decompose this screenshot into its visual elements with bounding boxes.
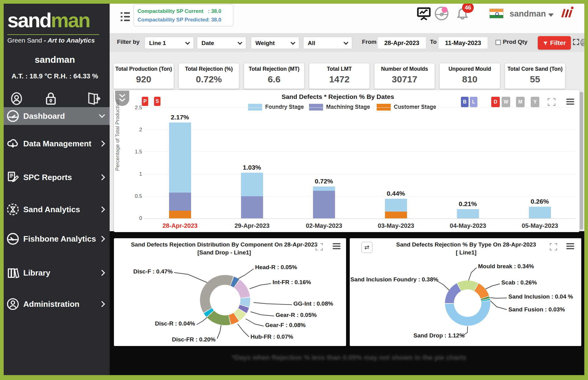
fullscreen-icon[interactable] — [314, 242, 324, 252]
vertical-scrollbar[interactable] — [580, 92, 583, 230]
x-axis-label[interactable]: 02-May-2023 — [288, 222, 360, 229]
kpi-label: Number of Moulds — [375, 66, 435, 72]
bar-segment-foundry-stage[interactable] — [169, 122, 191, 193]
kpi-value: 0.72% — [179, 74, 239, 85]
notification-count-badge[interactable]: 46 — [462, 2, 474, 13]
y-axis-title: Percentage of Total Production — [115, 127, 122, 206]
donut-label-sand-inclusion-foundry: Sand Inclusion Foundry : 0.38% — [350, 276, 437, 283]
logo-part-1: sand — [7, 9, 51, 32]
gauge-meter-icon[interactable] — [434, 6, 450, 21]
chart-menu-icon[interactable] — [566, 99, 574, 105]
bar-segment-customer-stage[interactable] — [169, 211, 191, 218]
sidebar-item-dashboard[interactable]: Dashboard — [0, 107, 110, 125]
sidebar-item-library[interactable]: Library — [0, 264, 110, 282]
sidebar-item-data-management[interactable]: Data Management — [0, 135, 110, 152]
sidebar-item-sand-analytics[interactable]: Sand Analytics — [0, 201, 110, 218]
filter-button[interactable]: Filter — [538, 36, 571, 50]
fullscreen-icon[interactable] — [548, 242, 558, 252]
toggle-b-button[interactable]: B — [461, 97, 469, 107]
x-axis-label[interactable]: 29-Apr-2023 — [216, 222, 288, 229]
toggle-l-button[interactable]: L — [470, 97, 477, 107]
report-pencil-icon — [6, 171, 20, 184]
kpi-value: 30717 — [375, 74, 435, 85]
compactability-predicted-row: Compactability SP Predicted : 38.0 — [138, 16, 229, 24]
bar-segment-foundry-stage[interactable] — [457, 209, 479, 218]
donut-label-head-r: Head-R : 0.05% — [255, 264, 297, 271]
administration-user-icon — [6, 297, 20, 311]
donut-label-sand-fusion: Sand Fusion : 0.03% — [508, 306, 565, 313]
chevron-right-icon — [99, 301, 105, 307]
component-donut-title: Sand Defects Rejection Distribution By C… — [123, 241, 325, 257]
bar-segment-machining-stage[interactable] — [241, 196, 263, 218]
fullscreen-icon[interactable] — [546, 97, 557, 107]
from-label: From — [362, 39, 377, 45]
gridline — [144, 174, 576, 174]
bar-plot-area[interactable]: 2.17%1.03%0.72%0.44%0.21%0.26% — [144, 108, 576, 219]
bar-total-label: 0.44% — [378, 190, 414, 197]
sidebar-item-label: Fishbone Analytics — [23, 234, 96, 244]
user-menu-caret-icon[interactable] — [548, 13, 554, 17]
line-dropdown[interactable]: Line 1 — [145, 37, 194, 49]
bar-segment-foundry-stage[interactable] — [313, 186, 335, 191]
sidebar-item-label: Library — [23, 268, 50, 278]
bar-segment-foundry-stage[interactable] — [385, 199, 407, 212]
chevron-right-icon — [99, 141, 105, 147]
prod-qty-checkbox[interactable] — [496, 40, 501, 45]
type-donut-chart[interactable] — [445, 280, 490, 326]
india-flag-icon[interactable] — [489, 9, 503, 18]
kpi-label: Total LMT — [309, 66, 369, 72]
toggle-month-button[interactable]: M — [516, 97, 525, 107]
list-icon[interactable] — [121, 12, 130, 21]
chevron-down-icon — [185, 40, 190, 45]
x-axis-label[interactable]: 05-May-2023 — [504, 222, 576, 229]
y-tick-label: 1.5 — [135, 149, 142, 155]
lock-icon[interactable] — [43, 91, 58, 106]
brand-logo-icon — [560, 6, 574, 18]
kpi-number-of-moulds: Number of Moulds30717 — [374, 63, 435, 89]
toggle-day-button[interactable]: D — [491, 97, 500, 107]
x-axis-label[interactable]: 04-May-2023 — [432, 222, 504, 229]
kpi-unpoured-mould: Unpoured Mould810 — [439, 63, 500, 89]
sand-analytics-icon — [6, 203, 20, 216]
logo-tagline: Green Sand - Art to Analytics — [7, 37, 95, 44]
chevron-right-icon — [99, 270, 105, 276]
donut-label-sand-drop: Sand Drop : 1.12% — [413, 332, 460, 339]
type-donut-title: Sand Defects Rejection % By Type On 28-A… — [386, 241, 546, 257]
kpi-value: 1472 — [309, 74, 369, 85]
tag-s-button[interactable]: S — [154, 97, 160, 106]
toggle-week-button[interactable]: W — [502, 97, 510, 107]
toggle-year-button[interactable]: Y — [531, 97, 539, 107]
bar-segment-machining-stage[interactable] — [169, 193, 191, 211]
chart-menu-icon[interactable] — [566, 243, 574, 250]
sidebar-item-fishbone-analytics[interactable]: Fishbone Analytics — [0, 230, 110, 248]
x-axis-label[interactable]: 28-Apr-2023 — [144, 222, 216, 229]
bar-segment-customer-stage[interactable] — [385, 212, 407, 218]
profile-icon[interactable] — [9, 91, 24, 106]
x-axis-label[interactable]: 03-May-2023 — [360, 222, 432, 229]
user-menu[interactable]: sandman — [510, 9, 546, 19]
component-donut-chart[interactable] — [200, 275, 250, 325]
bar-segment-foundry-stage[interactable] — [241, 173, 263, 196]
y-tick-label: 0 — [139, 215, 142, 221]
bar-segment-machining-stage[interactable] — [313, 191, 335, 218]
chart-menu-icon[interactable] — [333, 243, 341, 250]
filter-by-label: Filter by — [117, 39, 140, 45]
to-date-input[interactable]: 11-May-2023 — [438, 37, 488, 49]
sidebar: sandman Green Sand - Art to Analytics sa… — [0, 0, 110, 380]
from-date-input[interactable]: 28-Apr-2023 — [377, 37, 426, 49]
kpi-total-rejection-pct: Total Rejection (%)0.72% — [179, 63, 239, 89]
logout-icon[interactable] — [86, 91, 101, 106]
all-dropdown[interactable]: All — [303, 37, 352, 49]
frame-bottom — [0, 375, 588, 380]
prod-qty-label: Prod Qty — [503, 39, 527, 45]
swap-chart-icon[interactable]: ⇄ — [361, 242, 372, 253]
sidebar-item-spc-reports[interactable]: SPC Reports — [0, 168, 110, 186]
date-dropdown[interactable]: Date — [197, 37, 246, 49]
bar-segment-foundry-stage[interactable] — [529, 207, 551, 218]
title-line-2: [Sand Drop - Line1] — [123, 249, 325, 257]
sidebar-item-administration[interactable]: Administration — [0, 295, 110, 313]
weight-dropdown[interactable]: Weight — [251, 37, 299, 49]
tag-p-button[interactable]: P — [142, 97, 148, 106]
kpi-value: 920 — [114, 74, 174, 85]
presentation-chart-icon[interactable] — [416, 6, 432, 21]
